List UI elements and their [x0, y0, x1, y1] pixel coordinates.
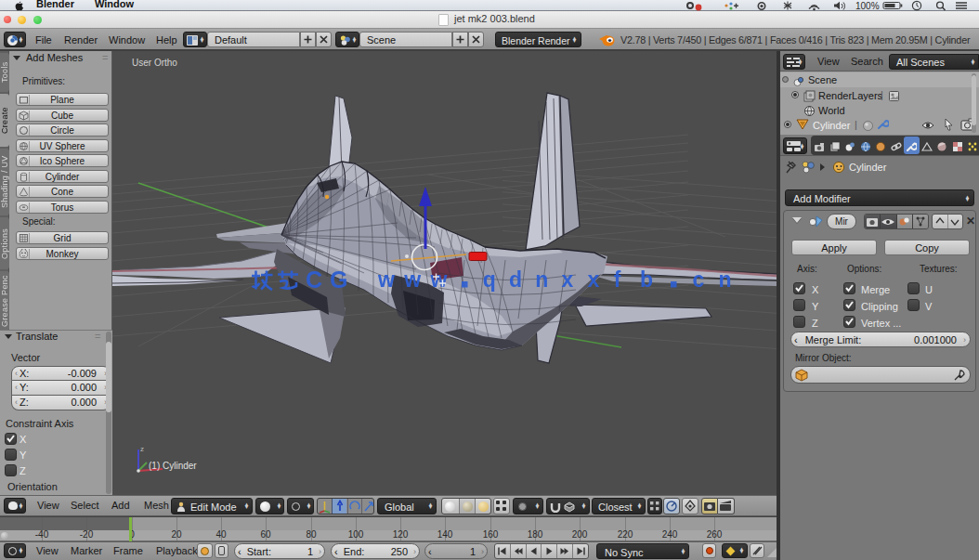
svg-text:c: c — [692, 267, 704, 292]
svg-text:x: x — [561, 267, 573, 292]
svg-text:f: f — [614, 267, 621, 292]
svg-text:C: C — [306, 267, 322, 293]
svg-text:x: x — [588, 267, 600, 292]
svg-text:100%: 100% — [855, 1, 880, 11]
svg-text:w: w — [377, 267, 395, 292]
svg-text:w: w — [403, 267, 421, 292]
svg-text:q: q — [483, 267, 496, 292]
svg-text:z: z — [140, 445, 144, 453]
svg-text:G: G — [330, 267, 347, 293]
svg-text:w: w — [429, 267, 447, 292]
svg-text:n: n — [535, 267, 548, 292]
svg-text:n: n — [719, 267, 732, 292]
svg-text:b: b — [640, 267, 653, 292]
svg-text:d: d — [509, 267, 522, 292]
